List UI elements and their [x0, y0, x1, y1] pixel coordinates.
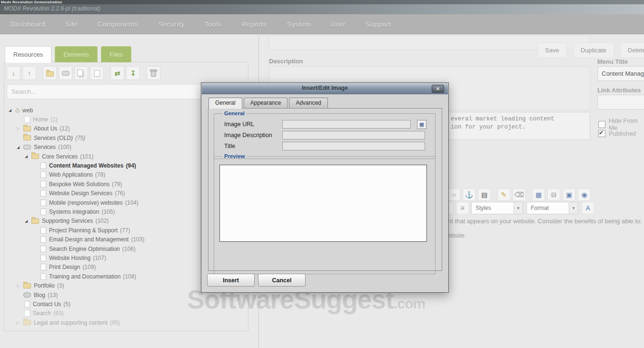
folder-icon: [23, 135, 31, 140]
tab-elements[interactable]: Elements: [55, 46, 98, 62]
dialog-buttons: InsertCancel: [207, 274, 306, 287]
anchor-button[interactable]: ⚓: [463, 189, 476, 201]
duplicate-button[interactable]: Duplicate: [573, 42, 614, 58]
styles-dropdown[interactable]: Styles▼: [471, 202, 523, 214]
new-document-button[interactable]: [90, 66, 104, 80]
tab-files[interactable]: Files: [101, 46, 131, 62]
new-folder-button[interactable]: [43, 66, 57, 80]
dialog-tab-advanced[interactable]: Advanced: [289, 98, 327, 108]
image-url-field[interactable]: [282, 120, 411, 129]
hide-from-menus-checkbox[interactable]: Hide From Me: [598, 117, 644, 131]
app-version: MODX Revolution 2.2.6-pl (traditional): [4, 5, 100, 12]
tree-node-label: Blog: [34, 292, 45, 298]
fullscreen-button[interactable]: ▣: [563, 189, 575, 201]
browse-image-icon[interactable]: ▦: [417, 120, 426, 129]
page-icon: [40, 246, 46, 252]
tree-node-count: (3): [57, 282, 64, 289]
checkbox-icon[interactable]: [598, 130, 605, 137]
menu-title-field[interactable]: [597, 66, 644, 81]
expand-arrow-icon[interactable]: ◢: [9, 108, 15, 112]
sort-up-button[interactable]: ↑: [22, 66, 36, 80]
eraser-button[interactable]: ⌫: [513, 189, 525, 201]
fullscreen-icon: ▣: [566, 191, 572, 198]
folder-icon: [31, 219, 39, 224]
link-button[interactable]: ∞: [447, 189, 460, 201]
nav-item-system[interactable]: System: [287, 20, 311, 28]
insert-button[interactable]: Insert: [207, 274, 255, 287]
import-button[interactable]: ↧: [126, 66, 140, 80]
page-icon: [40, 162, 46, 169]
table-button[interactable]: ▦: [532, 189, 545, 201]
nav-item-dashboard[interactable]: Dashboard: [10, 20, 45, 28]
page-icon: [40, 227, 46, 234]
nav-item-tools[interactable]: Tools: [205, 20, 222, 28]
expand-arrow-icon[interactable]: ◢: [25, 154, 31, 159]
dialog-titlebar[interactable]: Insert/Edit Image ✕: [202, 83, 448, 94]
description-label: Description: [269, 58, 303, 65]
insert-edit-image-dialog: Insert/Edit Image ✕ GeneralAppearanceAdv…: [201, 82, 449, 293]
folder-icon: [31, 154, 39, 159]
tree-node[interactable]: ▷Legal and supporting content(95): [7, 318, 245, 327]
nav-item-components[interactable]: Components: [98, 20, 139, 28]
page-icon: [24, 301, 30, 308]
chevron-down-icon[interactable]: ▼: [514, 202, 523, 214]
page-icon: [40, 190, 46, 197]
nav-item-support[interactable]: Support: [366, 20, 391, 28]
duplicate-button[interactable]: [74, 66, 88, 80]
nav-item-security[interactable]: Security: [158, 20, 184, 28]
sort-down-button[interactable]: ↓: [7, 66, 20, 80]
visual-aid-button[interactable]: A: [582, 202, 594, 214]
tab-resources[interactable]: Resources: [5, 46, 51, 63]
preview-legend: Preview: [222, 153, 247, 159]
title-label: Title: [224, 143, 282, 149]
close-icon[interactable]: ✕: [432, 85, 444, 93]
link-attributes-field[interactable]: [597, 95, 644, 109]
checkbox-icon[interactable]: [598, 121, 605, 128]
tree-node-count: (76): [115, 190, 125, 197]
sidebar-tabs: ResourcesElementsFiles: [5, 46, 135, 63]
folder-icon: [23, 126, 31, 131]
tree-node-label: Core Services: [42, 153, 78, 160]
cancel-button[interactable]: Cancel: [258, 274, 306, 287]
print-button[interactable]: ⊟: [547, 189, 560, 201]
refresh-button[interactable]: ⇄: [110, 66, 124, 80]
dialog-tab-general[interactable]: General: [208, 98, 242, 109]
page-icon: [40, 273, 46, 280]
tree-node-count: (12): [59, 125, 69, 132]
justify-full-button[interactable]: ≡: [456, 202, 469, 214]
trash-button[interactable]: [147, 66, 160, 80]
help-button[interactable]: ◉: [578, 189, 591, 201]
tree-node-label: Mobile (responsive) websites: [49, 199, 123, 206]
delete-button[interactable]: Delete: [620, 42, 644, 58]
nav-item-site[interactable]: Site: [65, 20, 78, 28]
image-description-field[interactable]: [282, 131, 425, 139]
tree-node-count: (78): [95, 171, 105, 178]
folder-icon: [23, 320, 31, 325]
new-weblink-icon: [62, 71, 69, 76]
tree-node-count: (5): [63, 301, 70, 308]
nav-item-user[interactable]: User: [331, 20, 346, 28]
chevron-down-icon[interactable]: ▼: [569, 202, 578, 214]
collapse-arrow-icon[interactable]: ▷: [17, 126, 23, 131]
nav-item-reports[interactable]: Reports: [242, 20, 267, 28]
tree-node-label: Search Engine Optimisation: [49, 246, 120, 252]
tree-node-label: Bespoke Web Solutions: [49, 181, 109, 188]
new-weblink-button[interactable]: [59, 66, 72, 80]
published-checkbox[interactable]: Published: [598, 130, 636, 137]
media-button[interactable]: ▤: [478, 189, 491, 201]
title-field[interactable]: [282, 142, 425, 150]
link-attributes-label: Link Attributes: [597, 87, 641, 94]
collapse-arrow-icon[interactable]: ▷: [17, 320, 23, 325]
brush-button[interactable]: ✎: [497, 189, 510, 201]
dialog-tab-appearance[interactable]: Appearance: [244, 98, 288, 108]
format-dropdown[interactable]: Format▼: [526, 202, 578, 214]
tree-node-label: Portfolio: [34, 282, 55, 289]
expand-arrow-icon[interactable]: ◢: [17, 145, 23, 149]
new-document-icon: [94, 70, 100, 77]
blog-icon: [23, 292, 31, 298]
save-button[interactable]: Save: [537, 42, 567, 58]
expand-arrow-icon[interactable]: ◢: [25, 219, 31, 223]
tree-node-label: Legal and supporting content: [34, 319, 108, 326]
collapse-arrow-icon[interactable]: ▷: [17, 283, 23, 288]
tree-node-count: (106): [122, 246, 136, 252]
